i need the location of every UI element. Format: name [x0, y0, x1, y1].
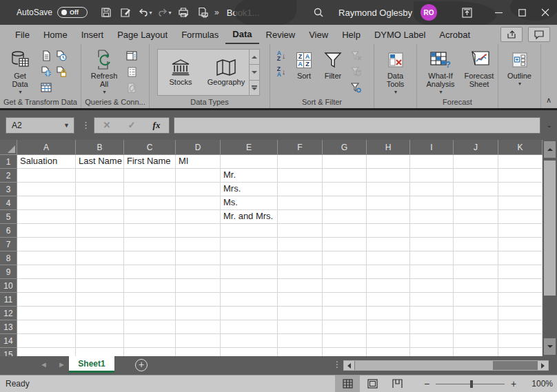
cell-C14[interactable] [124, 334, 176, 348]
cell-J6[interactable] [454, 224, 498, 238]
geography-button[interactable]: Geography [203, 50, 249, 95]
cell-I6[interactable] [410, 224, 454, 238]
cell-C12[interactable] [124, 307, 176, 320]
column-header-D[interactable]: D [176, 140, 221, 155]
cell-D11[interactable] [176, 293, 221, 307]
column-header-C[interactable]: C [124, 140, 176, 155]
gallery-up-icon[interactable] [250, 50, 259, 65]
cell-I11[interactable] [410, 293, 454, 307]
cell-C3[interactable] [124, 183, 176, 196]
undo-icon[interactable]: ▾ [136, 3, 154, 21]
cell-H3[interactable] [367, 183, 410, 196]
user-name[interactable]: Raymond Oglesby [338, 8, 412, 18]
sheet-nav-right-icon[interactable]: ► [58, 360, 65, 369]
cell-D9[interactable] [176, 265, 221, 279]
cell-C7[interactable] [124, 238, 176, 251]
cell-A6[interactable] [17, 224, 76, 238]
cell-I15[interactable] [410, 348, 454, 356]
outline-button[interactable]: Outline ▾ [504, 47, 536, 88]
autosave-pill[interactable]: Off [57, 7, 88, 18]
cell-B5[interactable] [76, 210, 124, 224]
cell-F12[interactable] [278, 307, 323, 320]
cell-C8[interactable] [124, 251, 176, 265]
search-icon[interactable] [308, 0, 329, 25]
cell-K9[interactable] [498, 265, 543, 279]
cell-C10[interactable] [124, 279, 176, 293]
cell-D7[interactable] [176, 238, 221, 251]
cell-B2[interactable] [76, 169, 124, 183]
collapse-ribbon-icon[interactable]: ∧ [546, 96, 551, 105]
cell-B11[interactable] [76, 293, 124, 307]
row-header-1[interactable]: 1 [0, 155, 17, 169]
cell-K7[interactable] [498, 238, 543, 251]
cell-F6[interactable] [278, 224, 323, 238]
cell-I8[interactable] [410, 251, 454, 265]
group-label-forecast[interactable]: Forecast [417, 98, 498, 108]
page-layout-view-button[interactable] [360, 375, 385, 392]
cell-F5[interactable] [278, 210, 323, 224]
cell-H14[interactable] [367, 334, 410, 348]
cell-K8[interactable] [498, 251, 543, 265]
normal-view-button[interactable] [335, 375, 360, 392]
cell-F8[interactable] [278, 251, 323, 265]
row-header-9[interactable]: 9 [0, 265, 17, 279]
cell-J13[interactable] [454, 320, 498, 334]
properties-icon[interactable] [125, 65, 138, 78]
cell-J9[interactable] [454, 265, 498, 279]
cell-A8[interactable] [17, 251, 76, 265]
cell-I7[interactable] [410, 238, 454, 251]
cell-G13[interactable] [323, 320, 367, 334]
comments-button[interactable] [528, 27, 550, 42]
cell-G15[interactable] [323, 348, 367, 356]
cell-I3[interactable] [410, 183, 454, 196]
cell-J8[interactable] [454, 251, 498, 265]
tab-page-layout[interactable]: Page Layout [110, 25, 174, 44]
cell-A11[interactable] [17, 293, 76, 307]
cell-C13[interactable] [124, 320, 176, 334]
qat-overflow-icon[interactable]: » [214, 8, 219, 17]
cell-B6[interactable] [76, 224, 124, 238]
save-as-icon[interactable] [117, 3, 134, 21]
minimize-button[interactable] [487, 0, 510, 25]
sort-descending-icon[interactable]: ZA↓ [275, 65, 287, 78]
cell-J4[interactable] [454, 196, 498, 210]
sheet-tab-sheet1[interactable]: Sheet1 [69, 356, 114, 373]
cell-D2[interactable] [176, 169, 221, 183]
cell-K13[interactable] [498, 320, 543, 334]
cell-D12[interactable] [176, 307, 221, 320]
stocks-button[interactable]: Stocks [158, 50, 203, 95]
tab-file[interactable]: File [8, 25, 37, 44]
row-header-15[interactable]: 15 [0, 348, 17, 356]
page-break-preview-button[interactable] [385, 375, 409, 392]
cell-G12[interactable] [323, 307, 367, 320]
cell-J7[interactable] [454, 238, 498, 251]
cell-F4[interactable] [278, 196, 323, 210]
cell-J3[interactable] [454, 183, 498, 196]
autosave-toggle[interactable]: AutoSave Off [17, 7, 88, 18]
cell-I2[interactable] [410, 169, 454, 183]
cell-J15[interactable] [454, 348, 498, 356]
group-label-data-types[interactable]: Data Types [150, 98, 270, 108]
cell-J1[interactable] [454, 155, 498, 169]
cell-H7[interactable] [367, 238, 410, 251]
cell-B8[interactable] [76, 251, 124, 265]
cell-I14[interactable] [410, 334, 454, 348]
cell-C6[interactable] [124, 224, 176, 238]
cell-D5[interactable] [176, 210, 221, 224]
cell-E11[interactable] [221, 293, 278, 307]
print-preview-icon[interactable] [174, 3, 192, 21]
cell-B12[interactable] [76, 307, 124, 320]
save-icon[interactable] [97, 3, 115, 21]
cell-H4[interactable] [367, 196, 410, 210]
row-header-3[interactable]: 3 [0, 183, 17, 196]
cell-K10[interactable] [498, 279, 543, 293]
cell-E12[interactable] [221, 307, 278, 320]
filter-button[interactable]: Filter [321, 47, 345, 80]
cell-J10[interactable] [454, 279, 498, 293]
cell-B9[interactable] [76, 265, 124, 279]
cell-H11[interactable] [367, 293, 410, 307]
cell-G7[interactable] [323, 238, 367, 251]
tab-help[interactable]: Help [335, 25, 367, 44]
insert-function-icon[interactable]: fx [153, 120, 161, 131]
cell-B4[interactable] [76, 196, 124, 210]
